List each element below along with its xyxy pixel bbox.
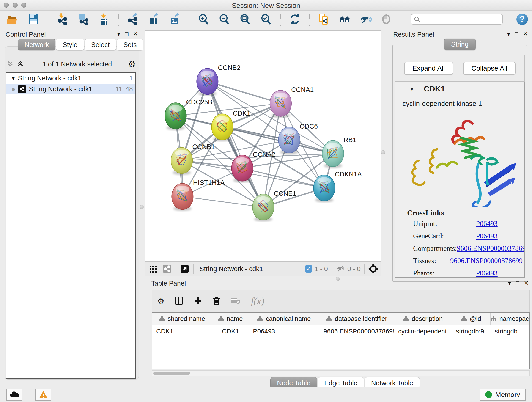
column-header-database-identifier[interactable]: database identifier — [319, 313, 394, 325]
zoom-fit-content-icon[interactable] — [239, 13, 252, 26]
collapse-all-button[interactable]: Collapse All — [463, 62, 516, 75]
network-node-CDC6[interactable]: CDC6 — [278, 123, 318, 154]
network-canvas[interactable]: CCNB2CCNA1CDC25BCDK1CDC6RB1CCNB1CCNA2CDK… — [145, 31, 381, 262]
selected-checkbox-icon[interactable]: ✓ — [305, 265, 312, 273]
column-header-@id[interactable]: @id — [452, 313, 491, 325]
export-network-icon[interactable] — [126, 13, 139, 26]
network-node-RB1[interactable]: RB1 — [322, 136, 356, 168]
column-header-canonical-name[interactable]: canonical name — [249, 313, 319, 325]
zoom-out-icon[interactable] — [218, 13, 231, 26]
add-column-icon[interactable] — [194, 296, 202, 306]
tab-network[interactable]: Network — [18, 39, 56, 51]
network-edge[interactable] — [182, 196, 263, 207]
hide-selected-icon[interactable] — [359, 13, 372, 26]
table-row[interactable]: CDK1CDK1P064939606.ENSP00000378699cyclin… — [152, 325, 529, 337]
maximize-panel-icon[interactable]: □ — [515, 31, 518, 38]
collapse-twisty-icon[interactable]: ▼ — [9, 75, 18, 81]
tab-sets[interactable]: Sets — [117, 39, 143, 51]
tab-style[interactable]: Style — [56, 39, 84, 51]
crosslink-link[interactable]: 9606.ENSP00000378699 — [450, 257, 523, 265]
column-header-shared-name[interactable]: shared name — [152, 313, 212, 325]
gear-icon[interactable]: ⚙ — [157, 297, 164, 305]
export-table-icon[interactable] — [147, 13, 160, 26]
open-in-window-icon[interactable] — [180, 264, 190, 274]
maximize-panel-icon[interactable]: □ — [515, 280, 519, 287]
column-header-namespac[interactable]: namespac — [491, 313, 529, 325]
table-cell[interactable]: stringdb — [491, 325, 529, 337]
table-cell[interactable]: P06493 — [249, 325, 319, 337]
memory-button[interactable]: Memory — [480, 389, 526, 401]
column-header-description[interactable]: description — [394, 313, 452, 325]
network-tree-root-row[interactable]: ▼ String Network - cdk1 1 — [6, 73, 135, 84]
import-network-from-database-icon[interactable] — [76, 13, 90, 26]
search-field[interactable] — [411, 14, 503, 25]
current-network-dot-icon: ● — [9, 85, 18, 93]
network-node-CCNE1[interactable]: CCNE1 — [253, 190, 296, 222]
table-cell[interactable]: stringdb:9... — [452, 325, 491, 337]
zoom-in-icon[interactable] — [197, 13, 210, 26]
crosslink-link[interactable]: P06493 — [476, 232, 498, 240]
network-node-CCNA1[interactable]: CCNA1 — [270, 86, 314, 118]
expand-all-button[interactable]: Expand All — [404, 62, 453, 75]
grid-view-icon[interactable] — [148, 264, 158, 274]
show-all-icon[interactable] — [380, 13, 393, 26]
gene-header[interactable]: ▼ CDK1 — [395, 82, 524, 96]
zoom-selected-icon[interactable] — [259, 13, 273, 26]
vertical-splitter-handle[interactable] — [381, 150, 385, 154]
split-columns-icon[interactable] — [174, 296, 184, 306]
results-panel-body: Expand All Collapse All ▼ CDK1 cyclin-de… — [392, 45, 527, 282]
crosslink-link[interactable]: 9606.ENSP00000378699 — [457, 244, 525, 253]
first-neighbors-icon[interactable] — [338, 13, 351, 26]
table-cell[interactable]: cyclin-dependent ... — [394, 325, 452, 337]
close-panel-icon[interactable]: ✕ — [524, 280, 529, 287]
open-file-icon[interactable] — [6, 13, 19, 26]
tab-select[interactable]: Select — [85, 39, 116, 51]
horizontal-splitter-handle[interactable] — [336, 277, 340, 281]
export-image-icon[interactable] — [168, 13, 181, 26]
warning-icon[interactable] — [35, 389, 51, 401]
search-input[interactable] — [422, 15, 500, 23]
network-node-CDKN1A[interactable]: CDKN1A — [313, 171, 362, 202]
table-cell[interactable]: 9606.ENSP00000378699 — [319, 325, 394, 337]
crosslink-link[interactable]: P06493 — [476, 269, 498, 277]
float-panel-icon[interactable]: ▾ — [507, 31, 510, 38]
apply-preferred-layout-icon[interactable] — [288, 13, 302, 26]
copy-style-icon[interactable] — [317, 13, 330, 26]
scrollbar-thumb[interactable] — [153, 371, 190, 375]
delete-icon[interactable] — [212, 296, 221, 306]
expand-all-icon[interactable] — [17, 60, 27, 69]
gear-icon[interactable]: ⚙ — [128, 60, 136, 69]
vertical-splitter-handle[interactable] — [139, 205, 144, 209]
float-panel-icon[interactable]: ▾ — [117, 31, 120, 38]
maximize-panel-icon[interactable]: □ — [125, 31, 128, 38]
table-cell[interactable]: CDK1 — [212, 325, 249, 337]
horizontal-scrollbar[interactable] — [152, 370, 530, 376]
function-builder-icon[interactable]: f(x) — [251, 296, 264, 307]
network-edge[interactable] — [207, 81, 263, 207]
import-table-from-file-icon[interactable] — [97, 13, 111, 26]
float-panel-icon[interactable]: ▾ — [508, 280, 511, 287]
import-network-from-file-icon[interactable] — [56, 13, 69, 26]
network-node-HIST1H1A[interactable]: HIST1H1A — [172, 179, 225, 211]
navigator-crosshair-icon[interactable] — [368, 264, 378, 274]
collapse-all-icon[interactable] — [6, 60, 17, 69]
help-icon[interactable]: ? — [516, 13, 528, 25]
save-session-icon[interactable] — [27, 13, 40, 26]
collection-count: 1 — [129, 75, 133, 82]
network-tree-item-row[interactable]: ● String Network - cdk1 11 48 — [6, 84, 135, 95]
table-cell[interactable]: CDK1 — [152, 325, 212, 337]
crosslink-link[interactable]: P06493 — [476, 220, 498, 228]
close-panel-icon[interactable]: ✕ — [133, 31, 138, 38]
close-panel-icon[interactable]: ✕ — [523, 31, 528, 38]
network-node-CCNB2[interactable]: CCNB2 — [196, 64, 240, 96]
column-header-name[interactable]: name — [212, 313, 249, 325]
cloud-icon[interactable] — [6, 389, 22, 401]
collapse-twisty-icon[interactable]: ▼ — [409, 86, 415, 92]
tab-string[interactable]: String — [444, 38, 476, 50]
memory-status-dot — [485, 391, 492, 398]
hidden-eye-icon[interactable] — [336, 264, 345, 274]
delete-table-icon[interactable] — [231, 297, 241, 306]
network-overview-icon[interactable] — [162, 264, 172, 274]
network-edge[interactable] — [207, 81, 281, 103]
node-label-CCNA2: CCNA2 — [253, 151, 275, 158]
